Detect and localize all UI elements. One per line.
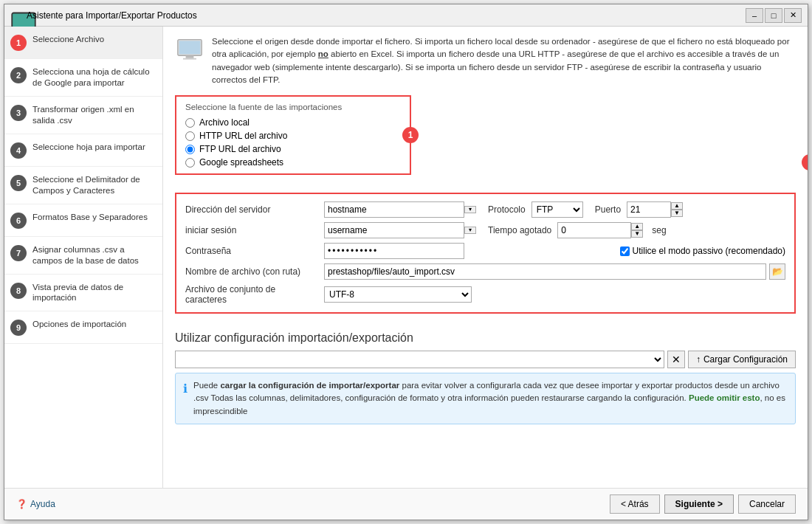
info-bar: Seleccione el origen desde donde importa… [175, 35, 796, 86]
monitor-icon [175, 35, 204, 65]
sidebar-item-6[interactable]: 6Formatos Base y Separadores [4, 204, 162, 237]
back-button[interactable]: < Atrás [610, 494, 660, 514]
maximize-button[interactable]: □ [765, 8, 782, 23]
cancel-button[interactable]: Cancelar [738, 494, 796, 514]
login-spinner: ▾ [464, 227, 476, 234]
sidebar-label-7: Asignar columnas .csv a campos de la bas… [32, 244, 156, 266]
badge-2: 2 [802, 154, 808, 170]
config-section: Utilizar configuración importación/expor… [175, 331, 796, 424]
protocol-label: Protocolo [488, 204, 526, 215]
port-spinner: ▲ ▼ [671, 202, 683, 217]
login-input[interactable] [324, 222, 464, 238]
main-window: Asistente para Importar/Exportar Product… [4, 4, 808, 520]
radio-http-label: HTTP URL del archivo [199, 131, 287, 141]
radio-local-label: Archivo local [199, 117, 250, 128]
password-input[interactable] [324, 243, 464, 259]
sidebar-label-5: Seleccione el Delimitador de Campos y Ca… [32, 174, 156, 196]
server-row: ▾ Protocolo FTP SFTP FTPS Puerto [324, 201, 785, 218]
passive-checkbox[interactable] [620, 247, 630, 256]
minimize-button[interactable]: – [746, 8, 763, 23]
server-input[interactable] [324, 201, 464, 218]
info-block: ℹ Puede cargar la configuración de impor… [175, 373, 796, 424]
help-label: Ayuda [30, 499, 55, 509]
ftp-grid: Dirección del servidor ▾ Protocolo FTP S… [185, 201, 785, 305]
radio-http-input[interactable] [185, 131, 195, 141]
port-spinner-up[interactable]: ▲ [671, 202, 683, 210]
timeout-spinner-down[interactable]: ▼ [631, 230, 643, 238]
help-icon: ❓ [16, 499, 27, 509]
source-box-title: Seleccione la fuente de las importacione… [185, 103, 401, 111]
config-title: Utilizar configuración importación/expor… [175, 331, 796, 345]
filename-label: Nombre de archivo (con ruta) [185, 266, 318, 277]
footer: ❓ Ayuda < Atrás Siguiente > Cancelar [4, 488, 808, 520]
svg-rect-4 [179, 41, 201, 54]
sidebar-label-6: Formatos Base y Separadores [32, 212, 148, 223]
radio-google-label: Google spreadsheets [199, 157, 283, 168]
badge-1: 1 [402, 127, 419, 143]
sidebar-label-4: Seleccione hoja para importar [32, 142, 145, 153]
sidebar-item-4[interactable]: 4Seleccione hoja para importar [4, 134, 162, 167]
sidebar-num-1: 1 [10, 35, 27, 51]
login-spinner-down[interactable]: ▾ [464, 227, 476, 234]
port-input[interactable] [627, 201, 671, 218]
server-spinner: ▾ [464, 206, 476, 213]
timeout-label: Tiempo agotado [488, 225, 551, 235]
radio-local: Archivo local [185, 117, 401, 128]
radio-ftp-input[interactable] [185, 145, 195, 154]
ftp-config-box: Dirección del servidor ▾ Protocolo FTP S… [175, 193, 796, 314]
charset-row: UTF-8 ISO-8859-1 Windows-1252 [324, 286, 785, 303]
content-area: Seleccione el origen desde donde importa… [163, 27, 808, 488]
sidebar-num-9: 9 [10, 320, 27, 336]
charset-select[interactable]: UTF-8 ISO-8859-1 Windows-1252 [324, 286, 472, 303]
svg-rect-6 [183, 58, 196, 60]
config-select-row: ✕ ↑ Cargar Configuración [175, 351, 796, 368]
timeout-unit: seg [652, 225, 666, 235]
sidebar-item-9[interactable]: 9Opciones de importación [4, 311, 162, 344]
filename-row: 📂 [324, 263, 785, 280]
config-clear-button[interactable]: ✕ [667, 351, 685, 368]
next-button[interactable]: Siguiente > [664, 494, 734, 514]
filename-input[interactable] [324, 263, 766, 280]
close-button[interactable]: ✕ [784, 8, 802, 23]
sidebar-label-3: Transformar origen .xml en salida .csv [32, 104, 156, 126]
help-link[interactable]: ❓ Ayuda [16, 499, 55, 509]
source-selection-box: Seleccione la fuente de las importacione… [175, 95, 411, 175]
radio-google-input[interactable] [185, 158, 195, 168]
sidebar-item-2[interactable]: 2Selecciona una hoja de cálculo de Googl… [4, 59, 162, 97]
filename-browse-button[interactable]: 📂 [769, 263, 785, 280]
protocol-select[interactable]: FTP SFTP FTPS [531, 201, 583, 218]
radio-local-input[interactable] [185, 118, 195, 128]
passive-label: Utilice el modo passivo (recomendado) [633, 246, 785, 256]
server-label: Dirección del servidor [185, 204, 318, 215]
server-spinner-up[interactable]: ▾ [464, 206, 476, 213]
sidebar-num-6: 6 [10, 213, 27, 229]
port-spinner-down[interactable]: ▼ [671, 210, 683, 217]
title-bar: Asistente para Importar/Exportar Product… [4, 4, 808, 27]
sidebar-item-1[interactable]: 1Seleccione Archivo [4, 27, 162, 59]
sidebar-item-7[interactable]: 7Asignar columnas .csv a campos de la ba… [4, 237, 162, 275]
svg-rect-5 [186, 55, 194, 58]
window-title: Asistente para Importar/Exportar Product… [27, 10, 746, 21]
sidebar-num-4: 4 [10, 142, 27, 159]
config-select[interactable] [175, 351, 664, 368]
sidebar-num-5: 5 [10, 175, 27, 191]
sidebar-num-8: 8 [10, 283, 27, 299]
sidebar-item-8[interactable]: 8Vista previa de datos de importación [4, 275, 162, 312]
charset-label: Archivo de conjunto de caracteres [185, 284, 318, 305]
source-container: Seleccione la fuente de las importacione… [175, 95, 796, 184]
passive-row: Utilice el modo passivo (recomendado) [620, 246, 785, 256]
config-load-button[interactable]: ↑ Cargar Configuración [688, 351, 796, 368]
password-label: Contraseña [185, 246, 318, 256]
sidebar-item-5[interactable]: 5Seleccione el Delimitador de Campos y C… [4, 167, 162, 204]
sidebar-item-3[interactable]: 3Transformar origen .xml en salida .csv [4, 97, 162, 134]
timeout-spinner-up[interactable]: ▲ [631, 223, 643, 230]
info-text: Seleccione el origen desde donde importa… [212, 35, 796, 86]
config-load-label: Cargar Configuración [703, 354, 788, 365]
sidebar-label-2: Selecciona una hoja de cálculo de Google… [32, 66, 156, 89]
main-layout: 1Seleccione Archivo2Selecciona una hoja … [4, 27, 808, 488]
radio-ftp: FTP URL del archivo [185, 144, 401, 154]
port-label: Puerto [595, 204, 621, 215]
timeout-input[interactable] [557, 222, 631, 238]
radio-google: Google spreadsheets [185, 157, 401, 168]
sidebar-num-3: 3 [10, 105, 27, 121]
